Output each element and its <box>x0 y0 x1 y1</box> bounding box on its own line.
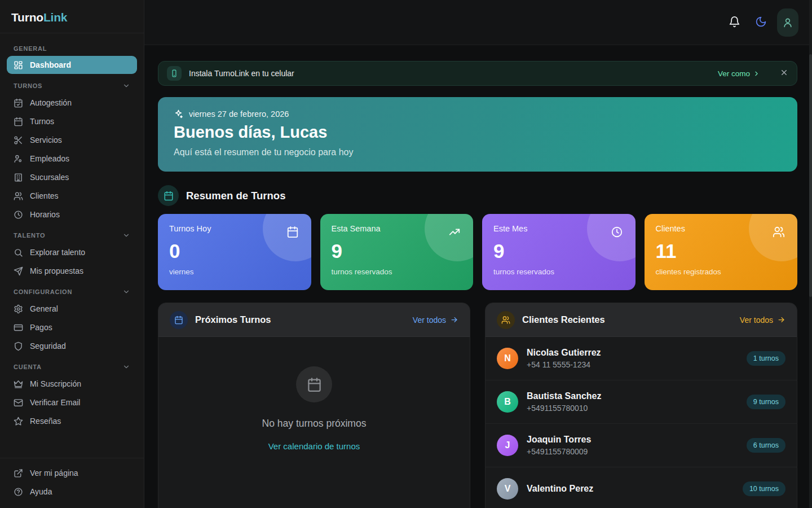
bell-icon <box>729 16 740 28</box>
sidebar-item-label: Servicios <box>30 135 62 144</box>
sidebar: TurnoLink GENERALDashboardTURNOSAutogest… <box>0 0 144 508</box>
send-icon <box>14 266 23 276</box>
turnos-count-badge: 10 turnos <box>743 481 785 496</box>
client-name: Joaquin Torres <box>527 435 738 445</box>
sidebar-nav: GENERALDashboardTURNOSAutogestiónTurnosS… <box>0 33 144 458</box>
sidebar-item-explorar-talento[interactable]: Explorar talento <box>7 243 137 261</box>
dashboard-icon <box>14 60 23 70</box>
upcoming-panel-title: Próximos Turnos <box>195 314 405 325</box>
sidebar-item-label: General <box>30 304 58 313</box>
logo-text-primary: Turno <box>11 11 43 24</box>
sidebar-item-ver-mi-pagina[interactable]: Ver mi página <box>7 464 137 482</box>
sidebar-item-sucursales[interactable]: Sucursales <box>7 168 137 186</box>
chevron-down-icon <box>122 363 130 371</box>
sidebar-item-label: Turnos <box>30 117 54 126</box>
topbar <box>144 0 812 45</box>
client-phone: +5491155780009 <box>527 447 738 456</box>
sidebar-item-label: Seguridad <box>30 341 66 351</box>
sidebar-item-mis-propuestas[interactable]: Mis propuestas <box>7 262 137 280</box>
scrollbar-thumb[interactable] <box>809 54 812 297</box>
help-icon <box>14 487 23 497</box>
notifications-button[interactable] <box>724 11 745 34</box>
client-name: Bautista Sanchez <box>527 391 738 401</box>
sidebar-item-turnos[interactable]: Turnos <box>7 112 137 130</box>
building-icon <box>14 173 23 182</box>
sidebar-item-label: Horarios <box>30 210 60 219</box>
sidebar-section-talento[interactable]: TALENTO <box>7 224 137 243</box>
users-icon <box>14 191 23 201</box>
phone-chip <box>167 66 182 81</box>
install-app-banner: Instala TurnoLink en tu celular Ver como <box>158 61 797 86</box>
sidebar-item-label: Sucursales <box>30 173 69 182</box>
employee-icon <box>14 154 23 164</box>
recent-clients-panel-header: Clientes Recientes Ver todos <box>486 303 797 337</box>
section-label-text: TURNOS <box>14 82 42 89</box>
client-row-bautista-sanchez[interactable]: BBautista Sanchez+54911557800109 turnos <box>486 380 797 424</box>
client-name: Valentino Perez <box>527 484 734 494</box>
upcoming-view-all-link[interactable]: Ver todos <box>413 316 458 325</box>
client-list: NNicolas Gutierrez+54 11 5555-12341 turn… <box>486 337 797 508</box>
crown-icon <box>14 379 23 389</box>
stat-card-esta-semana: Esta Semana9turnos reservados <box>320 214 474 290</box>
logo-text-accent: Link <box>43 11 67 24</box>
stat-card-turnos-hoy: Turnos Hoy0viernes <box>158 214 311 290</box>
users-icon <box>773 226 785 238</box>
install-banner-text: Instala TurnoLink en tu celular <box>189 69 710 78</box>
client-row-nicolas-gutierrez[interactable]: NNicolas Gutierrez+54 11 5555-12341 turn… <box>486 337 797 380</box>
panels-row: Próximos Turnos Ver todos No hay turnos … <box>158 303 797 508</box>
sidebar-item-empleados[interactable]: Empleados <box>7 150 137 168</box>
scrollbar[interactable] <box>809 0 812 508</box>
empty-state-circle <box>296 366 332 402</box>
sidebar-item-label: Ver mi página <box>30 468 78 478</box>
moon-icon <box>755 16 767 28</box>
chevron-down-icon <box>122 231 130 239</box>
sidebar-item-autogestion[interactable]: Autogestión <box>7 94 137 112</box>
sidebar-item-label: Explorar talento <box>30 248 85 257</box>
client-info: Joaquin Torres+5491155780009 <box>527 435 738 456</box>
sidebar-item-ayuda[interactable]: Ayuda <box>7 483 137 501</box>
client-row-valentino-perez[interactable]: VValentino Perez10 turnos <box>486 467 797 508</box>
upcoming-appointments-panel: Próximos Turnos Ver todos No hay turnos … <box>158 303 470 508</box>
sidebar-item-pagos[interactable]: Pagos <box>7 318 137 336</box>
theme-toggle-button[interactable] <box>751 11 771 34</box>
sidebar-item-seguridad[interactable]: Seguridad <box>7 337 137 355</box>
upcoming-icon-circle <box>170 311 188 329</box>
clients-view-all-link[interactable]: Ver todos <box>740 316 785 325</box>
arrow-right-icon <box>450 316 458 324</box>
client-info: Valentino Perez <box>527 484 734 494</box>
empty-state-text: No hay turnos próximos <box>170 418 458 430</box>
sidebar-item-dashboard[interactable]: Dashboard <box>7 56 137 74</box>
banner-close-button[interactable] <box>780 68 788 78</box>
sidebar-item-label: Autogestión <box>30 98 72 107</box>
client-row-joaquin-torres[interactable]: JJoaquin Torres+54911557800096 turnos <box>486 424 797 467</box>
sidebar-item-verificar-email[interactable]: Verificar Email <box>7 393 137 411</box>
client-name: Nicolas Gutierrez <box>527 348 738 358</box>
sidebar-item-label: Dashboard <box>30 60 71 69</box>
external-link-icon <box>14 468 23 478</box>
chevron-right-icon <box>753 70 760 77</box>
app-logo: TurnoLink <box>0 0 144 33</box>
sidebar-item-servicios[interactable]: Servicios <box>7 131 137 149</box>
sidebar-section-turnos[interactable]: TURNOS <box>7 75 137 93</box>
users-icon <box>501 316 510 325</box>
section-label-text: CUENTA <box>14 364 42 370</box>
calendar-check-icon <box>14 98 23 108</box>
calendar-icon <box>174 316 183 325</box>
sidebar-item-general[interactable]: General <box>7 300 137 318</box>
shield-icon <box>14 341 23 351</box>
sidebar-item-clientes[interactable]: Clientes <box>7 187 137 205</box>
calendar-icon <box>164 191 174 201</box>
view-as-link[interactable]: Ver como <box>718 69 760 78</box>
sidebar-item-horarios[interactable]: Horarios <box>7 205 137 224</box>
profile-button[interactable] <box>777 8 798 37</box>
greeting-date: viernes 27 de febrero, 2026 <box>189 110 289 119</box>
sidebar-section-cuenta[interactable]: CUENTA <box>7 356 137 374</box>
sidebar-section-configuracion[interactable]: CONFIGURACION <box>7 281 137 299</box>
view-calendar-link[interactable]: Ver calendario de turnos <box>170 441 458 451</box>
main-area: Instala TurnoLink en tu celular Ver como… <box>144 0 812 508</box>
client-phone: +5491155780010 <box>527 404 738 413</box>
sidebar-item-label: Mis propuestas <box>30 266 83 275</box>
sidebar-item-mi-suscripcion[interactable]: Mi Suscripción <box>7 375 137 393</box>
sidebar-item-label: Pagos <box>30 323 52 332</box>
sidebar-item-resenas[interactable]: Reseñas <box>7 412 137 430</box>
